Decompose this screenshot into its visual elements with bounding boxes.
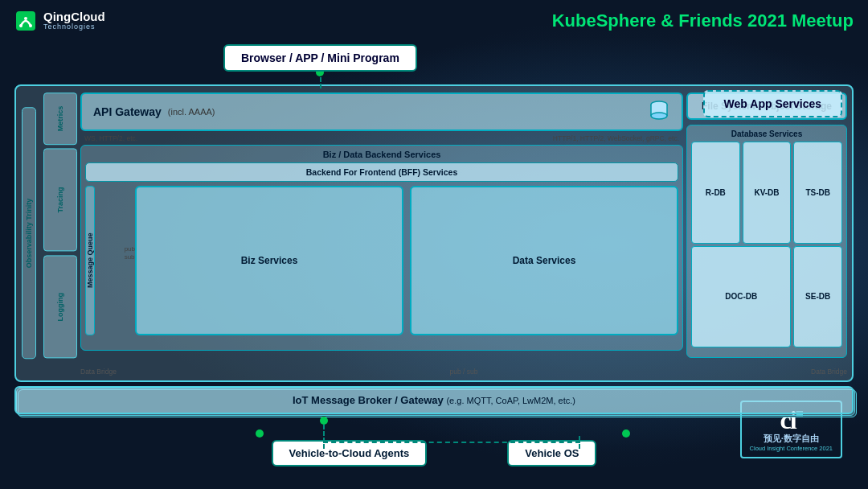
data-bridge-row: Data Bridge pub / sub Data Bridge [80,368,847,376]
biz-services-box: Biz Services [135,186,403,335]
center-content: API Gateway (incl. AAAA) [80,92,683,358]
connector-bottom-h [323,442,580,443]
db-se: SE-DB [793,246,842,348]
header: QingCloud Technologies KubeSphere & Frie… [14,10,854,32]
dot-vehicle-os [622,429,630,438]
cie-event: Cloud Insight Conference 2021 [750,445,833,452]
iot-stack: IoT Message Broker / Gateway (e.g. MQTT,… [14,386,854,414]
obs-trinity-label: Observability Trinity [22,107,36,359]
content-area: QingCloud Technologies KubeSphere & Frie… [0,0,868,489]
webapp-services-box: Web App Services [703,90,842,117]
connector-vehicle-up [579,436,580,449]
svg-point-8 [651,113,667,119]
biz-backend-area: Biz / Data Backend Services Backend For … [80,145,683,351]
browser-app-box: Browser / APP / Mini Program [223,44,417,72]
db-grid: R-DB KV-DB TS-DB DOC-DB SE-DB [691,142,842,347]
services-row: Message Queue pub sub Biz Services Data … [85,186,678,335]
db-services-title: Database Services [691,129,842,138]
architecture-diagram: Browser / APP / Mini Program Web App Ser… [14,40,854,466]
db-doc: DOC-DB [691,246,791,348]
cie-tagline: 预见·数字自由 [764,433,819,445]
svg-point-1 [19,24,23,27]
svg-point-2 [29,24,32,27]
dot-vehicle-cloud [256,429,264,438]
api-gateway-box: API Gateway (incl. AAAA) [80,92,683,131]
iot-sub: (e.g. MQTT, CoAP, LwM2M, etc.) [446,396,575,405]
vehicle-cloud-box: Vehicle-to-Cloud Agents [272,440,428,466]
iot-container: IoT Message Broker / Gateway (e.g. MQTT,… [14,386,854,414]
obs-trinity-container: Observability Trinity [18,90,40,376]
left-column: Metrics Tracing Logging [43,92,77,358]
message-queue-container: Message Queue pub sub [85,186,121,335]
pub-sub-label: pub sub [125,245,135,261]
biz-data-services: Biz Services Data Services [135,186,678,335]
metrics-box: Metrics [43,92,77,145]
tracing-box: Tracing [43,148,77,251]
logging-box: Logging [43,255,77,358]
main-container: Observability Trinity Metrics Tracing Lo… [14,84,854,382]
api-gateway-sub: (incl. AAAA) [168,107,215,117]
connector-iot-bottom [323,425,325,449]
iot-box: IoT Message Broker / Gateway (e.g. MQTT,… [14,386,854,414]
vehicle-os-box: Vehicle OS [507,440,596,466]
data-services-box: Data Services [410,186,678,335]
protocol-labels: WS, HTTP/2, etc. HTTP/1, HTTP/2, WebSock… [80,134,683,142]
db-cylinder-icon [648,99,670,125]
event-title: KubeSphere & Friends 2021 Meetup [552,10,854,31]
db-services-container: Database Services R-DB KV-DB TS-DB DOC-D… [686,125,847,358]
bottom-boxes: Vehicle-to-Cloud Agents Vehicle OS [14,440,854,466]
logo: QingCloud Technologies [14,10,105,32]
biz-backend-title: Biz / Data Backend Services [85,150,678,159]
svg-point-3 [24,17,27,20]
logo-text: QingCloud Technologies [43,10,105,31]
message-queue-box: Message Queue [85,186,95,335]
dot-bottom-iot [320,417,328,425]
db-ts: TS-DB [793,142,842,244]
db-kv: KV-DB [743,142,792,244]
logo-main: QingCloud [43,10,105,24]
bff-box: Backend For Frontend (BFF) Services [85,162,678,182]
api-gateway-label: API Gateway [93,105,162,118]
right-column: File System / Object Storage Database Se… [686,92,847,358]
logo-sub: Technologies [43,23,105,31]
db-r: R-DB [691,142,740,244]
qingcloud-icon [14,10,37,32]
